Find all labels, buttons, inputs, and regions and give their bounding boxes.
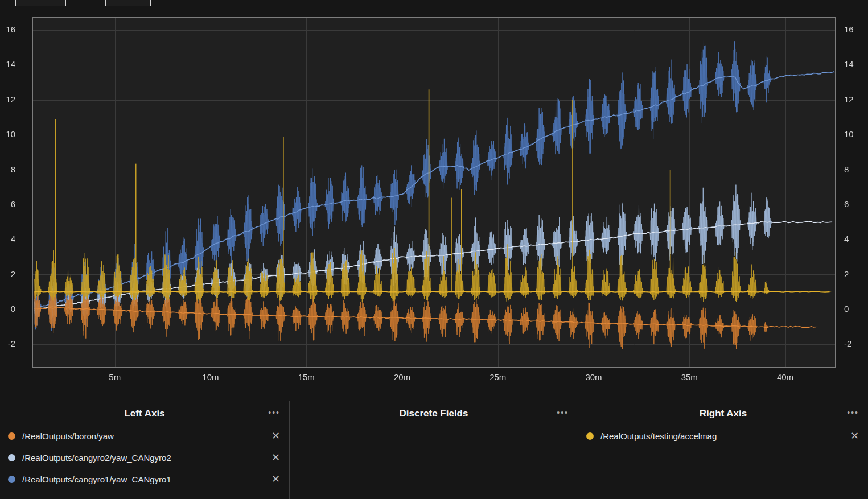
left-axis-title: Left Axis xyxy=(0,408,289,419)
series-color-dot xyxy=(8,476,15,483)
right-axis-section: Right Axis ••• /RealOutputs/testing/acce… xyxy=(578,401,868,499)
left-axis-rows: /RealOutputs/boron/yaw ✕ /RealOutputs/ca… xyxy=(0,425,289,490)
remove-series-icon[interactable]: ✕ xyxy=(271,431,280,441)
discrete-fields-section: Discrete Fields ••• xyxy=(289,401,578,499)
left-axis-menu-icon[interactable]: ••• xyxy=(268,408,280,417)
legend-row-cangyro1: /RealOutputs/cangyro1/yaw_CANgyro1 ✕ xyxy=(0,468,289,490)
series-label: /RealOutputs/cangyro2/yaw_CANgyro2 xyxy=(22,453,271,463)
right-axis-menu-icon[interactable]: ••• xyxy=(847,408,859,417)
series-label: /RealOutputs/testing/accelmag xyxy=(600,431,850,441)
series-label: /RealOutputs/boron/yaw xyxy=(22,431,271,441)
left-axis-section: Left Axis ••• /RealOutputs/boron/yaw ✕ /… xyxy=(0,401,289,499)
discrete-fields-header: Discrete Fields ••• xyxy=(290,401,578,424)
series-label: /RealOutputs/cangyro1/yaw_CANgyro1 xyxy=(22,475,271,484)
series-color-dot xyxy=(8,454,15,461)
left-axis-header: Left Axis ••• xyxy=(0,401,289,424)
legend-row-cangyro2: /RealOutputs/cangyro2/yaw_CANgyro2 ✕ xyxy=(0,447,289,468)
legend-row-boron-yaw: /RealOutputs/boron/yaw ✕ xyxy=(0,425,289,447)
right-axis-rows: /RealOutputs/testing/accelmag ✕ xyxy=(578,425,868,447)
series-color-dot xyxy=(586,432,594,440)
line-chart-canvas[interactable] xyxy=(0,0,868,401)
top-control-box-1[interactable] xyxy=(15,0,66,6)
remove-series-icon[interactable]: ✕ xyxy=(271,474,280,484)
discrete-fields-title: Discrete Fields xyxy=(290,408,578,419)
discrete-fields-menu-icon[interactable]: ••• xyxy=(557,408,569,417)
right-axis-header: Right Axis ••• xyxy=(578,401,868,424)
legend-row-accelmag: /RealOutputs/testing/accelmag ✕ xyxy=(578,425,868,447)
top-control-box-2[interactable] xyxy=(105,0,151,6)
remove-series-icon[interactable]: ✕ xyxy=(850,431,859,441)
legend-panel: Left Axis ••• /RealOutputs/boron/yaw ✕ /… xyxy=(0,401,868,499)
remove-series-icon[interactable]: ✕ xyxy=(271,452,280,463)
right-axis-title: Right Axis xyxy=(578,408,868,419)
top-bar xyxy=(0,0,868,7)
series-color-dot xyxy=(8,432,15,440)
